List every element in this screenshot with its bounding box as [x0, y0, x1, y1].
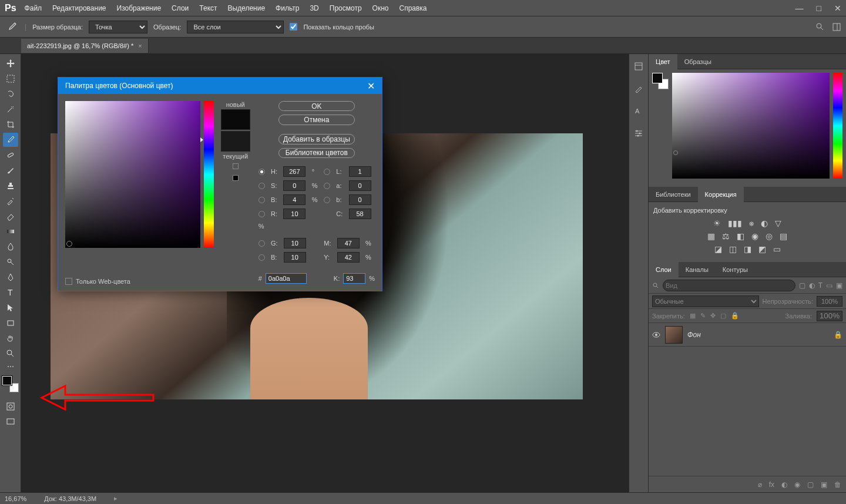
- filter-shape-icon[interactable]: ▭: [826, 281, 832, 290]
- swatches-tab[interactable]: Образцы: [677, 54, 719, 69]
- black-cube-icon[interactable]: [233, 175, 239, 181]
- filter-icon[interactable]: [652, 282, 659, 289]
- adj-layer-icon[interactable]: ◉: [794, 481, 800, 489]
- pen-tool[interactable]: [3, 270, 18, 284]
- curves-icon[interactable]: ⎈: [749, 219, 754, 228]
- rectangle-tool[interactable]: [3, 316, 18, 330]
- a-input[interactable]: [349, 180, 371, 191]
- doc-info-chevron-icon[interactable]: ▸: [114, 495, 118, 502]
- blur-tool[interactable]: [3, 240, 18, 254]
- menu-edit[interactable]: Редактирование: [52, 4, 106, 12]
- bh-input[interactable]: [283, 194, 306, 205]
- text-tool[interactable]: T: [3, 285, 18, 300]
- lock-transparent-icon[interactable]: ▦: [690, 312, 696, 320]
- color-tab[interactable]: Цвет: [649, 54, 677, 69]
- g-radio[interactable]: [258, 240, 265, 247]
- levels-icon[interactable]: ▮▮▮: [728, 219, 742, 228]
- hex-input[interactable]: [266, 273, 307, 284]
- hue-slider[interactable]: [204, 101, 214, 248]
- prefs-panel-icon[interactable]: [632, 127, 645, 140]
- hand-tool[interactable]: [3, 331, 18, 345]
- m-input[interactable]: [337, 238, 360, 248]
- menu-text[interactable]: Текст: [199, 4, 217, 12]
- show-ring-checkbox[interactable]: [290, 23, 297, 31]
- bv-radio[interactable]: [258, 254, 265, 261]
- exposure-icon[interactable]: ◐: [761, 219, 768, 228]
- l-input[interactable]: [349, 166, 371, 177]
- search-icon[interactable]: [815, 22, 825, 32]
- layer-filter-input[interactable]: [663, 280, 795, 291]
- blend-mode-select[interactable]: Обычные: [652, 295, 759, 307]
- history-brush-tool[interactable]: [3, 194, 18, 208]
- zoom-level[interactable]: 16,67%: [5, 495, 26, 502]
- color-libraries-button[interactable]: Библиотеки цветов: [278, 148, 355, 158]
- dialog-close-icon[interactable]: ✕: [367, 80, 375, 92]
- filter-text-icon[interactable]: T: [818, 281, 822, 290]
- quickmask-tool[interactable]: [3, 399, 18, 414]
- eyedropper-tool[interactable]: [3, 133, 18, 147]
- cube-icon[interactable]: [233, 163, 239, 169]
- channels-tab[interactable]: Каналы: [679, 262, 716, 277]
- menu-help[interactable]: Справка: [399, 4, 427, 12]
- a-radio[interactable]: [324, 183, 330, 189]
- b-radio[interactable]: [324, 197, 330, 203]
- vibrance-icon[interactable]: ▽: [775, 219, 781, 228]
- bw-icon[interactable]: ◧: [737, 231, 744, 241]
- menu-window[interactable]: Окно: [372, 4, 389, 12]
- cancel-button[interactable]: Отмена: [278, 115, 355, 125]
- brush-tool[interactable]: [3, 163, 18, 177]
- layer-lock-icon[interactable]: 🔒: [834, 331, 842, 339]
- opacity-input[interactable]: [817, 296, 842, 307]
- panel-color-swatches[interactable]: [652, 73, 669, 89]
- gradient-map-icon[interactable]: ▭: [773, 244, 781, 254]
- lock-brush-icon[interactable]: ✎: [700, 312, 706, 320]
- sample-size-select[interactable]: Точка: [89, 21, 147, 33]
- char-panel-icon[interactable]: A: [632, 105, 645, 117]
- lut-icon[interactable]: ▤: [780, 231, 787, 241]
- panel-hue-slider[interactable]: [833, 73, 842, 179]
- invert-icon[interactable]: ◪: [714, 244, 722, 254]
- menu-3d[interactable]: 3D: [310, 4, 318, 12]
- visibility-icon[interactable]: [652, 331, 660, 339]
- g-input[interactable]: [284, 238, 306, 248]
- y-input[interactable]: [337, 252, 360, 263]
- c-input[interactable]: [349, 209, 371, 219]
- mixer-icon[interactable]: ◎: [766, 231, 773, 241]
- close-icon[interactable]: ✕: [834, 4, 841, 12]
- add-swatch-button[interactable]: Добавить в образцы: [278, 134, 355, 144]
- stamp-tool[interactable]: [3, 179, 18, 193]
- brightness-icon[interactable]: ☀: [713, 219, 721, 228]
- menu-image[interactable]: Изображение: [117, 4, 162, 12]
- menu-file[interactable]: Файл: [25, 4, 42, 12]
- k-input[interactable]: [343, 273, 365, 284]
- new-color-swatch[interactable]: [221, 109, 250, 130]
- doc-info[interactable]: Док: 43,3M/43,3M: [44, 495, 96, 502]
- hue-icon[interactable]: ▦: [707, 231, 715, 241]
- filter-smart-icon[interactable]: ▣: [836, 281, 842, 290]
- dialog-titlebar[interactable]: Палитра цветов (Основной цвет) ✕: [58, 78, 382, 94]
- l-radio[interactable]: [324, 169, 330, 175]
- crop-tool[interactable]: [3, 117, 18, 132]
- group-icon[interactable]: ▢: [807, 481, 814, 489]
- ok-button[interactable]: OK: [278, 101, 355, 111]
- r-input[interactable]: [283, 209, 306, 219]
- screenmode-tool[interactable]: [3, 415, 18, 429]
- lock-frame-icon[interactable]: ▢: [720, 312, 726, 320]
- document-tab[interactable]: ait-2232919.jpg @ 16,7% (RGB/8#) * ×: [21, 39, 149, 53]
- fx-icon[interactable]: fx: [769, 481, 774, 489]
- healing-tool[interactable]: [3, 148, 18, 162]
- foreground-color-swatch[interactable]: [2, 376, 12, 385]
- layer-item[interactable]: Фон 🔒: [649, 323, 846, 347]
- layer-thumbnail[interactable]: [665, 326, 683, 344]
- fill-input[interactable]: [817, 311, 842, 321]
- link-layers-icon[interactable]: ⌀: [758, 481, 762, 489]
- photo-filter-icon[interactable]: ◉: [751, 231, 758, 241]
- mask-icon[interactable]: ◐: [781, 481, 787, 489]
- minimize-icon[interactable]: —: [795, 4, 804, 12]
- close-tab-icon[interactable]: ×: [138, 42, 142, 49]
- threshold-icon[interactable]: ◨: [744, 244, 751, 254]
- menu-select[interactable]: Выделение: [228, 4, 266, 12]
- s-input[interactable]: [283, 180, 306, 191]
- filter-adj-icon[interactable]: ◐: [809, 281, 815, 290]
- eraser-tool[interactable]: [3, 209, 18, 223]
